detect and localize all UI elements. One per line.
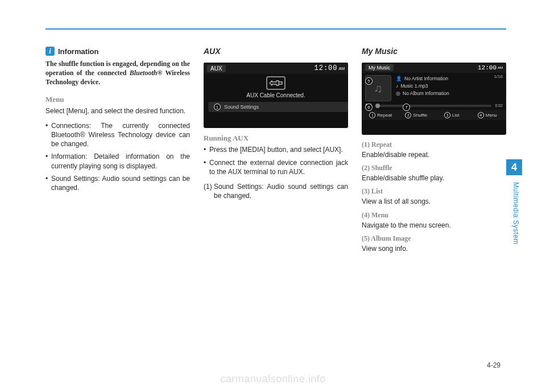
mm-ampm: AM — [498, 66, 503, 69]
aux-sound-settings-btn: 1 Sound Settings — [208, 102, 348, 112]
def-head-1: (1) Repeat — [362, 141, 506, 149]
def-head-3: (3) List — [362, 187, 506, 196]
column-1: i Information The shuffle function is en… — [46, 47, 190, 255]
list-item: Connect the external device con­nection … — [204, 158, 348, 176]
page-number: 4-29 — [487, 361, 500, 369]
mm-album-row: ◎No Album Information — [396, 90, 503, 97]
aux-steps: Press the [MEDIA] button, and select [AU… — [204, 145, 348, 176]
def-text-1: Enable/disable repeat. — [362, 150, 506, 159]
callout-6-icon: 6 — [365, 104, 373, 111]
aux-numbered-1: Sound Settings: Audio sound set­tings ca… — [204, 182, 348, 200]
mm-f4: Menu — [486, 113, 497, 118]
mm-foot-repeat: 1Repeat — [364, 112, 398, 118]
mm-line1: No Artist Information — [404, 75, 448, 82]
mm-clock: 12:00 — [478, 64, 497, 71]
info-icon: i — [46, 47, 55, 56]
def-head-5: (5) Album Image — [362, 234, 506, 243]
information-label: Information — [58, 47, 99, 56]
aux-scr-topbar: AUX 12:00 AM — [204, 63, 348, 74]
mm-artist-row: 👤No Artist Information — [396, 75, 503, 82]
mymusic-screenshot: My Music 12:00 AM 1/16 ♫ 👤No Artist Info… — [362, 63, 506, 135]
mm-footer: 1Repeat 2Shuffle 3List 4Menu — [362, 110, 506, 120]
mm-song-row: ♪Music 1.mp3 — [396, 82, 503, 90]
list-item: Information: Detailed information on the… — [46, 152, 190, 170]
mm-foot-menu: 4Menu — [471, 112, 504, 118]
top-rule — [46, 28, 506, 30]
person-icon: 👤 — [396, 75, 402, 82]
column-3: My Music My Music 12:00 AM 1/16 ♫ 👤No Ar… — [362, 47, 506, 255]
mm-title: My Music — [365, 64, 394, 71]
mm-f1: Repeat — [377, 113, 392, 118]
menu-subhead: Menu — [46, 95, 190, 104]
chapter-label: Multimedia System — [512, 182, 520, 245]
def-text-3: View a list of all songs. — [362, 197, 506, 206]
mymusic-heading: My Music — [362, 47, 506, 56]
list-item: Sound Settings: Audio sound set­tings ca… — [46, 174, 190, 192]
aux-jack-icon — [266, 76, 286, 90]
mm-topbar: My Music 12:00 AM — [362, 63, 506, 73]
mm-progress: ▮▮ 0:02 — [362, 102, 506, 110]
chapter-number: 4 — [511, 162, 517, 174]
callout-5-icon: 5 — [365, 77, 373, 85]
def-head-2: (2) Shuffle — [362, 164, 506, 172]
aux-scr-title: AUX — [207, 65, 226, 72]
mm-line3: No Album Information — [403, 90, 449, 97]
aux-scr-clock: 12:00 — [314, 64, 337, 72]
chapter-tab: 4 — [506, 159, 522, 175]
content-columns: i Information The shuffle function is en… — [46, 47, 506, 255]
info-text-b: Bluetooth — [130, 69, 158, 77]
information-text: The shuffle function is engaged, depend­… — [46, 59, 190, 87]
callout-4-icon: 4 — [478, 112, 484, 118]
aux-screenshot: AUX 12:00 AM AUX Cable Connected. 1 Soun… — [204, 63, 348, 128]
folder-music-icon: ♫ — [374, 82, 383, 95]
def-text-5: View song info. — [362, 244, 506, 253]
aux-heading: AUX — [204, 47, 348, 56]
menu-intro: Select [Menu], and select the desired fu… — [46, 106, 190, 115]
mm-line2: Music 1.mp3 — [400, 82, 428, 90]
mm-mid: ♫ 👤No Artist Information ♪Music 1.mp3 ◎N… — [362, 73, 506, 102]
callout-3-icon: 3 — [444, 112, 450, 118]
mm-progress-bar — [375, 105, 491, 107]
def-head-4: (4) Menu — [362, 211, 506, 220]
callout-1-icon: 1 — [214, 104, 221, 110]
disc-icon: ◎ — [396, 90, 400, 97]
list-item: Connections: The currently connected Blu… — [46, 121, 190, 149]
aux-scr-body: AUX Cable Connected. — [204, 74, 348, 102]
mm-foot-list: 3List — [435, 112, 469, 118]
information-heading: i Information — [46, 47, 190, 56]
list-item: Press the [MEDIA] button, and select [AU… — [204, 145, 348, 154]
def-text-4: Navigate to the menu screen. — [362, 221, 506, 230]
def-text-2: Enable/disable shuffle play. — [362, 174, 506, 183]
menu-list: Connections: The currently connected Blu… — [46, 121, 190, 192]
aux-scr-ampm: AM — [339, 67, 345, 71]
column-2: AUX AUX 12:00 AM AUX Cable Connected. 1 … — [204, 47, 348, 255]
mm-time: 0:02 — [495, 104, 503, 108]
mm-f3: List — [452, 113, 459, 118]
running-aux-subhead: Running AUX — [204, 134, 348, 143]
callout-2-icon: 2 — [405, 112, 411, 118]
mm-foot-shuffle: 2Shuffle — [400, 112, 433, 118]
callout-1-icon: 1 — [369, 112, 375, 118]
callout-7-icon: 7 — [403, 104, 410, 111]
music-note-icon: ♪ — [396, 82, 398, 90]
mm-info: 👤No Artist Information ♪Music 1.mp3 ◎No … — [396, 75, 503, 101]
aux-scr-msg: AUX Cable Connected. — [246, 92, 305, 98]
manual-page: i Information The shuffle function is en… — [0, 0, 546, 392]
aux-ss-label: Sound Settings — [224, 104, 259, 110]
watermark: carmanualsonline.info — [220, 373, 326, 385]
mm-f2: Shuffle — [413, 113, 427, 118]
